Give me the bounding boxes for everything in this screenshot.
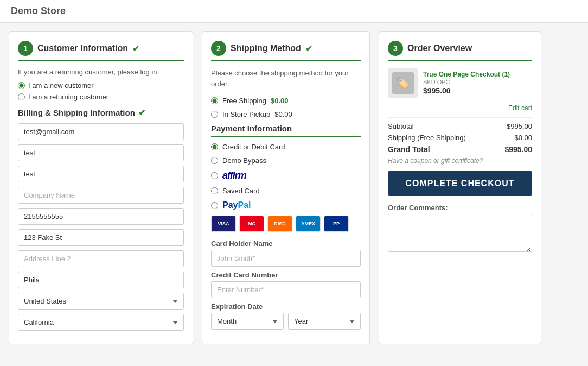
grand-total-row: Grand Total $995.00 bbox=[388, 145, 532, 154]
country-select[interactable]: United States bbox=[18, 293, 184, 310]
address2-field[interactable] bbox=[18, 250, 184, 267]
step-1-circle: 1 bbox=[18, 41, 33, 56]
affirm-logo: affirm bbox=[222, 170, 246, 181]
payment-section-title: Payment Information bbox=[211, 124, 361, 137]
visa-logo: VISA bbox=[211, 216, 236, 232]
amex-logo: AMEX bbox=[296, 216, 321, 232]
billing-header: Billing & Shipping Information ✔ bbox=[18, 108, 184, 118]
saved-card-radio[interactable] bbox=[211, 187, 218, 194]
coupon-text: Have a coupon or gift certificate? bbox=[388, 157, 532, 165]
customer-section-title: Customer Information bbox=[37, 43, 128, 53]
demo-bypass-option[interactable]: Demo Bypass bbox=[211, 156, 361, 165]
expiry-year-select[interactable]: Year 2024202520262027 202820292030 bbox=[288, 313, 361, 330]
affirm-radio[interactable] bbox=[211, 172, 218, 179]
customer-type-group: I am a new customer I am a returning cus… bbox=[18, 81, 184, 101]
card-holder-field[interactable] bbox=[211, 250, 361, 267]
credit-card-label: Credit or Debit Card bbox=[222, 143, 285, 151]
expiry-month-select[interactable]: Month 01020304 05060708 09101112 bbox=[211, 313, 284, 330]
customer-section-header: 1 Customer Information ✔ bbox=[18, 41, 184, 61]
product-name: True One Page Checkout (1) bbox=[423, 71, 532, 79]
header: Demo Store bbox=[0, 0, 588, 23]
instore-pickup-option[interactable]: In Store Pickup $0.00 bbox=[211, 110, 361, 118]
credit-card-option[interactable]: Credit or Debit Card bbox=[211, 143, 361, 151]
grand-total-label: Grand Total bbox=[388, 145, 430, 154]
shipping-section-title: Shipping Method bbox=[231, 43, 301, 53]
card-number-field[interactable] bbox=[211, 281, 361, 298]
city-field[interactable] bbox=[18, 272, 184, 288]
customer-section: 1 Customer Information ✔ If you are a re… bbox=[9, 31, 193, 344]
last-name-field[interactable] bbox=[18, 166, 184, 182]
expiry-row: Month 01020304 05060708 09101112 Year 20… bbox=[211, 313, 361, 334]
email-field[interactable] bbox=[18, 123, 184, 140]
shipping-section: 2 Shipping Method ✔ Please choose the sh… bbox=[202, 31, 370, 344]
paypal-card-logo: PP bbox=[324, 216, 349, 232]
paypal-logo: PayPal bbox=[222, 200, 251, 210]
order-section-header: 3 Order Overview bbox=[388, 41, 532, 61]
free-shipping-price: $0.00 bbox=[271, 97, 289, 105]
order-section-title: Order Overview bbox=[407, 43, 472, 53]
mastercard-logo: MC bbox=[239, 216, 264, 232]
free-shipping-label: Free Shipping bbox=[222, 97, 266, 105]
complete-checkout-button[interactable]: COMPLETE CHECKOUT bbox=[388, 171, 532, 196]
product-price: $995.00 bbox=[423, 86, 532, 95]
free-shipping-option[interactable]: Free Shipping $0.00 bbox=[211, 97, 361, 105]
subtotal-label: Subtotal bbox=[388, 122, 414, 130]
instore-pickup-price: $0.00 bbox=[274, 110, 292, 118]
step-2-circle: 2 bbox=[211, 41, 226, 56]
returning-customer-option[interactable]: I am a returning customer bbox=[18, 93, 184, 101]
store-name: Demo Store bbox=[11, 5, 66, 17]
new-customer-label: I am a new customer bbox=[28, 81, 94, 90]
subtotal-row: Subtotal $995.00 bbox=[388, 122, 532, 130]
new-customer-radio[interactable] bbox=[18, 82, 25, 89]
edit-cart-link[interactable]: Edit cart bbox=[388, 104, 532, 112]
state-select[interactable]: California bbox=[18, 314, 184, 331]
demo-bypass-label: Demo Bypass bbox=[222, 156, 266, 165]
company-field[interactable] bbox=[18, 187, 184, 204]
returning-customer-radio[interactable] bbox=[18, 93, 25, 100]
first-name-field[interactable] bbox=[18, 144, 184, 161]
saved-card-label: Saved Card bbox=[222, 187, 260, 195]
product-sku: SKU:OPC bbox=[423, 79, 532, 85]
new-customer-option[interactable]: I am a new customer bbox=[18, 81, 184, 90]
subtotal-value: $995.00 bbox=[507, 122, 532, 130]
shipping-summary-value: $0.00 bbox=[514, 134, 532, 142]
product-info: True One Page Checkout (1) SKU:OPC $995.… bbox=[423, 71, 532, 96]
billing-check-icon: ✔ bbox=[138, 108, 145, 118]
card-holder-label: Card Holder Name bbox=[211, 239, 361, 248]
returning-customer-label: I am a returning customer bbox=[28, 93, 108, 101]
phone-field[interactable] bbox=[18, 208, 184, 225]
paypal-option[interactable]: PayPal bbox=[211, 200, 361, 210]
main-container: 1 Customer Information ✔ If you are a re… bbox=[0, 23, 588, 353]
divider-1 bbox=[388, 117, 532, 118]
card-logos-row: VISA MC DISC AMEX PP bbox=[211, 216, 361, 232]
product-thumbnail: 🏷️ bbox=[388, 68, 418, 98]
discover-logo: DISC bbox=[267, 216, 292, 232]
card-number-label: Credit Card Number bbox=[211, 271, 361, 279]
shipping-check-icon: ✔ bbox=[305, 43, 312, 54]
shipping-summary-label: Shipping (Free Shipping) bbox=[388, 134, 466, 142]
address1-field[interactable] bbox=[18, 229, 184, 246]
shipping-row: Shipping (Free Shipping) $0.00 bbox=[388, 134, 532, 142]
saved-card-option[interactable]: Saved Card bbox=[211, 187, 361, 195]
instore-pickup-radio[interactable] bbox=[211, 111, 218, 118]
free-shipping-radio[interactable] bbox=[211, 97, 218, 104]
affirm-option[interactable]: affirm bbox=[211, 170, 361, 181]
paypal-radio[interactable] bbox=[211, 202, 218, 209]
expiry-label: Expiration Date bbox=[211, 302, 361, 311]
order-section: 3 Order Overview 🏷️ True One Page Checko… bbox=[379, 31, 541, 344]
product-icon: 🏷️ bbox=[396, 77, 410, 90]
shipping-description: Please choose the shipping method for yo… bbox=[211, 68, 361, 89]
shipping-section-header: 2 Shipping Method ✔ bbox=[211, 41, 361, 61]
order-comments-textarea[interactable] bbox=[388, 214, 532, 252]
step-3-circle: 3 bbox=[388, 41, 403, 56]
customer-check-icon: ✔ bbox=[132, 43, 139, 54]
thumb-inner: 🏷️ bbox=[392, 72, 414, 94]
demo-bypass-radio[interactable] bbox=[211, 157, 218, 164]
product-item: 🏷️ True One Page Checkout (1) SKU:OPC $9… bbox=[388, 68, 532, 98]
order-comments-label: Order Comments: bbox=[388, 204, 532, 212]
credit-card-radio[interactable] bbox=[211, 143, 218, 150]
instore-pickup-label: In Store Pickup bbox=[222, 110, 270, 118]
grand-total-value: $995.00 bbox=[504, 145, 532, 154]
returning-customer-text: If you are a returning customer, please … bbox=[18, 68, 184, 76]
